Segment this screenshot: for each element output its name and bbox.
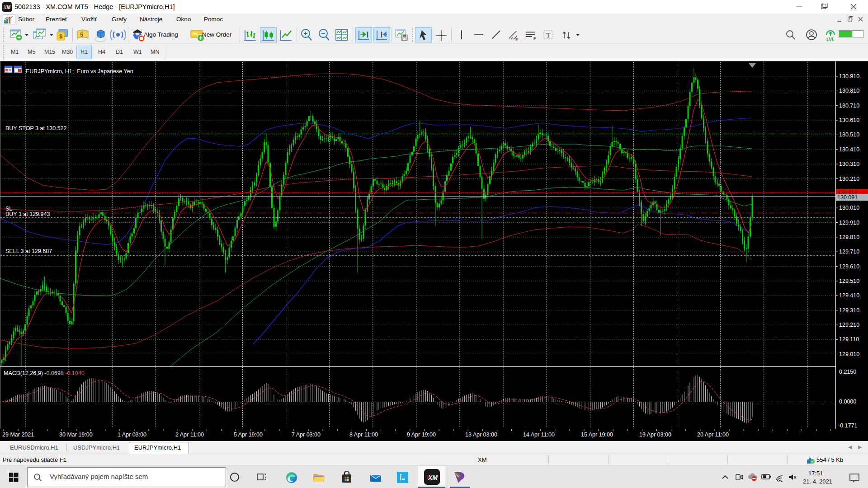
svg-text:30 Mar 19:00: 30 Mar 19:00 xyxy=(59,432,93,438)
svg-text:130.910: 130.910 xyxy=(839,73,859,80)
svg-text:130.091: 130.091 xyxy=(837,194,858,201)
svg-text:$: $ xyxy=(59,33,63,40)
svg-text:130.310: 130.310 xyxy=(839,161,859,167)
svg-text:EURJPYmicro, H1; Euro vs Japa: EURJPYmicro, H1; Euro vs Japanese Yen xyxy=(26,68,133,75)
svg-text:129.510: 129.510 xyxy=(839,278,859,284)
svg-text:19 Apr 03:00: 19 Apr 03:00 xyxy=(639,432,671,438)
svg-text:15 Apr 19:00: 15 Apr 19:00 xyxy=(581,432,613,438)
svg-text:T: T xyxy=(546,32,550,39)
svg-text:130.810: 130.810 xyxy=(839,88,859,94)
svg-text:130.610: 130.610 xyxy=(839,117,859,123)
svg-text:0.0000: 0.0000 xyxy=(839,399,856,405)
svg-text:129.210: 129.210 xyxy=(839,322,859,328)
svg-text:F: F xyxy=(533,36,536,41)
svg-text:BUY STOP 3 at 130.522: BUY STOP 3 at 130.522 xyxy=(5,125,67,131)
svg-text:E: E xyxy=(515,38,518,42)
svg-text:129.810: 129.810 xyxy=(839,234,859,240)
svg-text:BUY 1 at 129.943: BUY 1 at 129.943 xyxy=(5,211,50,217)
svg-text:XM: XM xyxy=(428,474,438,481)
svg-text:13 Apr 03:00: 13 Apr 03:00 xyxy=(465,432,497,438)
svg-text:SELL 3 at 129.687: SELL 3 at 129.687 xyxy=(5,248,52,254)
svg-text:20 Apr 11:00: 20 Apr 11:00 xyxy=(697,432,729,438)
svg-text:0.2150: 0.2150 xyxy=(839,369,856,375)
svg-text:130.210: 130.210 xyxy=(839,176,859,182)
svg-text:7 Apr 03:00: 7 Apr 03:00 xyxy=(292,432,321,438)
svg-text:29 Mar 2021: 29 Mar 2021 xyxy=(2,432,34,438)
svg-text:129.110: 129.110 xyxy=(839,336,859,343)
svg-text:130.410: 130.410 xyxy=(839,146,859,153)
svg-text:130.710: 130.710 xyxy=(839,103,859,109)
svg-text:129.910: 129.910 xyxy=(839,220,859,226)
svg-text:9 Apr 19:00: 9 Apr 19:00 xyxy=(407,432,436,438)
svg-text:XM: XM xyxy=(3,5,11,10)
svg-text:130.010: 130.010 xyxy=(839,205,859,211)
svg-text:8 Apr 11:00: 8 Apr 11:00 xyxy=(349,432,378,438)
svg-text:129.410: 129.410 xyxy=(839,292,859,299)
svg-text:5: 5 xyxy=(80,32,83,38)
svg-text:129.310: 129.310 xyxy=(839,307,859,314)
svg-text:14 Apr 11:00: 14 Apr 11:00 xyxy=(523,432,555,438)
svg-text:2 Apr 11:00: 2 Apr 11:00 xyxy=(175,432,204,438)
svg-text:LVL: LVL xyxy=(826,37,835,42)
svg-text:130.510: 130.510 xyxy=(839,131,859,138)
svg-text:-0.1771: -0.1771 xyxy=(838,422,857,429)
svg-text:5 Apr 19:00: 5 Apr 19:00 xyxy=(234,432,263,438)
svg-text:MACD(12,26,9) -0.0698 -0.1040: MACD(12,26,9) -0.0698 -0.1040 xyxy=(4,370,85,376)
svg-text:129.610: 129.610 xyxy=(839,263,859,270)
svg-text:129.710: 129.710 xyxy=(839,249,859,255)
svg-text:1 Apr 03:00: 1 Apr 03:00 xyxy=(118,432,146,438)
svg-text:129.010: 129.010 xyxy=(839,351,859,357)
